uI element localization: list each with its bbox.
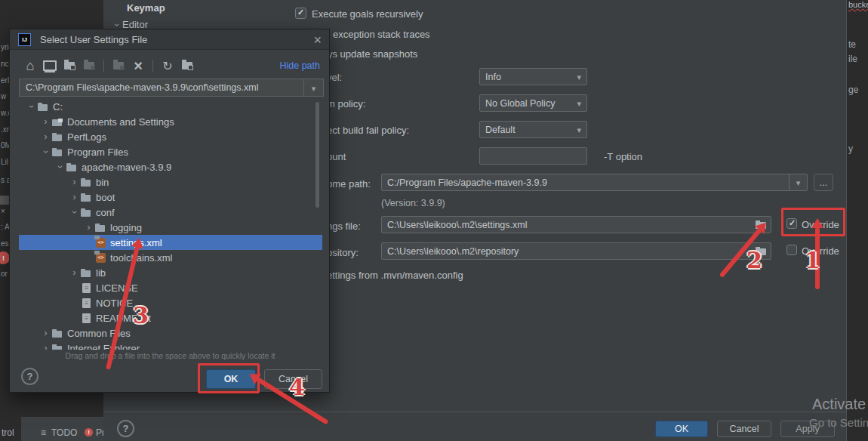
select-user-settings-file-dialog: IJ Select User Settings File Hide path C… xyxy=(9,29,330,393)
desktop-icon[interactable] xyxy=(40,57,60,74)
output-level-select[interactable]: Info xyxy=(479,68,587,85)
settings-cancel-button[interactable]: Cancel xyxy=(717,421,771,437)
tree-item-c-[interactable]: C: xyxy=(19,99,322,114)
chevron-right-icon[interactable] xyxy=(40,343,51,350)
folder-icon[interactable] xyxy=(79,57,99,74)
chevron-right-icon[interactable] xyxy=(69,177,80,187)
user-settings-input[interactable]: C:\Users\leikooo\.m2\settings.xml xyxy=(381,216,771,233)
tree-item-common-files[interactable]: Common Files xyxy=(19,325,322,341)
add-folder-icon[interactable] xyxy=(109,57,128,74)
user-settings-label: ngs file: xyxy=(327,220,361,232)
update-snapshots-label: ys update snapshots xyxy=(328,48,417,60)
chevron-right-icon[interactable] xyxy=(69,192,80,202)
execute-goals-label: Execute goals recursively xyxy=(312,8,423,20)
thread-count-input[interactable] xyxy=(479,147,587,165)
show-hidden-icon[interactable] xyxy=(177,57,197,74)
chevron-down-icon[interactable] xyxy=(40,146,51,157)
chevron-down-icon xyxy=(577,125,581,135)
text-fragment: w xyxy=(1,92,6,100)
folder-icon xyxy=(80,177,92,187)
footer-divider xyxy=(103,412,847,412)
chevron-down-icon[interactable] xyxy=(789,174,807,190)
chevron-right-icon[interactable] xyxy=(40,328,51,338)
text-fragment: ile xyxy=(848,54,857,64)
text-fragment: .xr xyxy=(1,125,9,134)
annotation-number-2: 2 xyxy=(746,247,762,273)
delete-icon[interactable] xyxy=(128,57,148,74)
tree-item-label: Program Files xyxy=(67,146,128,158)
refresh-icon[interactable] xyxy=(158,57,177,74)
folder-icon xyxy=(51,147,63,157)
text-fragment: erl xyxy=(1,76,9,85)
chevron-right-icon[interactable] xyxy=(40,116,51,127)
path-combobox[interactable]: C:\Program Files\apache-maven-3.9.9\conf… xyxy=(19,79,324,97)
chevron-down-icon[interactable] xyxy=(303,79,323,96)
version-control-tab[interactable]: trol xyxy=(2,427,14,438)
local-repository-input[interactable]: C:\Users\leikooo\.m2\repository xyxy=(381,242,771,260)
tree-item-settings-xml[interactable]: settings.xml xyxy=(19,235,322,250)
fail-policy-select[interactable]: Default xyxy=(479,121,587,138)
tree-item-license[interactable]: LICENSE xyxy=(19,280,322,295)
fail-policy-value: Default xyxy=(485,125,516,135)
chevron-right-icon[interactable] xyxy=(40,131,51,142)
tree-item-conf[interactable]: conf xyxy=(19,205,322,220)
help-button[interactable] xyxy=(117,420,134,437)
maven-home-value: C:/Program Files/apache-maven-3.9.9 xyxy=(382,177,789,188)
text-fragment: 0M xyxy=(1,141,9,150)
tree-item-toolchains-xml[interactable]: toolchains.xml xyxy=(19,250,322,265)
chevron-down-icon xyxy=(577,72,581,82)
code-fragment: bucke xyxy=(848,0,868,9)
new-folder-icon[interactable] xyxy=(60,57,79,74)
toolwindow-bar-items: trol TODO ! Pr xyxy=(0,417,106,441)
maven-home-browse-button[interactable]: ... xyxy=(814,174,833,191)
maven-home-combo[interactable]: C:/Program Files/apache-maven-3.9.9 xyxy=(381,174,808,191)
checksum-policy-select[interactable]: No Global Policy xyxy=(479,94,587,112)
tree-item-readme-txt[interactable]: README.txt xyxy=(19,310,322,325)
chevron-down-icon[interactable] xyxy=(54,162,66,172)
home-icon[interactable] xyxy=(20,57,40,74)
stack-traces-label: exception stack traces xyxy=(333,29,430,40)
folder-icon xyxy=(37,102,49,112)
file-icon xyxy=(82,298,91,308)
chevron-right-icon[interactable] xyxy=(69,267,80,278)
settings-ok-button[interactable]: OK xyxy=(655,421,708,437)
tree-item-bin[interactable]: bin xyxy=(19,174,322,190)
tree-item-notice[interactable]: NOTICE xyxy=(19,295,322,310)
text-fragment: te xyxy=(848,39,856,50)
dialog-titlebar: IJ Select User Settings File xyxy=(10,29,329,50)
annotation-number-4: 4 xyxy=(289,374,305,400)
close-icon[interactable] xyxy=(313,32,322,48)
tree-item-label: LICENSE xyxy=(96,282,138,294)
tree-item-label: Common Files xyxy=(67,328,131,339)
tree-item-lib[interactable]: lib xyxy=(19,265,322,280)
tree-item-boot[interactable]: boot xyxy=(19,190,322,205)
chevron-down-icon[interactable] xyxy=(26,101,37,112)
tree-item-label: C: xyxy=(53,101,63,113)
tree-item-documents-and-settings[interactable]: Documents and Settings xyxy=(19,114,322,129)
tree-item-internet-explorer[interactable]: Internet Explorer xyxy=(19,341,322,350)
execute-goals-checkbox[interactable] xyxy=(295,8,306,19)
tree-item-logging[interactable]: logging xyxy=(19,220,322,235)
hide-path-link[interactable]: Hide path xyxy=(279,60,320,71)
chevron-down-icon[interactable] xyxy=(69,207,80,217)
override-repository-checkbox[interactable] xyxy=(786,245,797,255)
tree-scrollbar[interactable] xyxy=(315,102,319,208)
checksum-policy-label: m policy: xyxy=(327,98,365,109)
sidebar-item-keymap[interactable]: Keymap xyxy=(127,2,165,14)
todo-tab[interactable]: TODO xyxy=(51,427,77,438)
tree-item-program-files[interactable]: Program Files xyxy=(19,144,322,159)
text-fragment: es xyxy=(1,239,9,248)
tree-item-label: lib xyxy=(96,267,106,279)
tree-item-label: logging xyxy=(110,222,142,233)
dialog-help-button[interactable] xyxy=(21,368,38,385)
file-icon xyxy=(82,283,91,293)
folder-link-icon xyxy=(51,117,63,127)
toolbar-separator xyxy=(152,60,153,72)
tree-item-apache-maven-3-9-9[interactable]: apache-maven-3.9.9 xyxy=(19,159,322,174)
text-fragment: : A xyxy=(1,223,9,231)
problems-icon: ! xyxy=(85,428,93,436)
tree-item-perflogs[interactable]: PerfLogs xyxy=(19,129,322,144)
chevron-right-icon[interactable] xyxy=(83,222,94,233)
tree-item-label: Internet Explorer xyxy=(67,343,140,350)
folder-icon xyxy=(51,344,63,350)
